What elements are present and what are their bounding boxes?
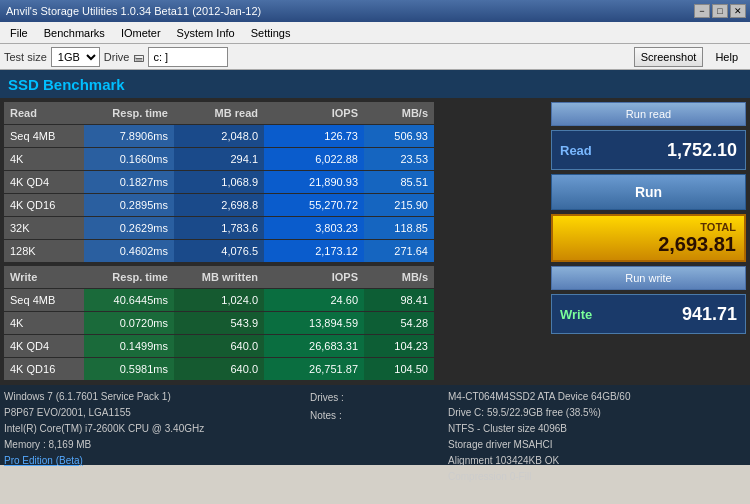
read-4k-iops: 6,022.88	[264, 148, 364, 170]
read-128k-resp: 0.4602ms	[84, 240, 174, 262]
write-score-box: Write 941.71	[551, 294, 746, 334]
col-mb-written: MB written	[174, 266, 264, 288]
read-seq4mb-mbs: 506.93	[364, 125, 434, 147]
read-4kqd4-resp: 0.1827ms	[84, 171, 174, 193]
read-seq4mb-iops: 126.73	[264, 125, 364, 147]
menu-system-info[interactable]: System Info	[169, 22, 243, 43]
read-4k-resp: 0.1660ms	[84, 148, 174, 170]
read-4kqd16-mbs: 215.90	[364, 194, 434, 216]
write-4k-iops: 13,894.59	[264, 312, 364, 334]
menu-file[interactable]: File	[2, 22, 36, 43]
read-32k-iops: 3,803.23	[264, 217, 364, 239]
menu-bar: File Benchmarks IOmeter System Info Sett…	[0, 22, 750, 44]
read-4kqd16-iops: 55,270.72	[264, 194, 364, 216]
write-4k-label: 4K	[4, 312, 84, 334]
write-row-1: 4K 0.0720ms 543.9 13,894.59 54.28	[4, 312, 547, 334]
right-panel: Run read Read 1,752.10 Run TOTAL 2,693.8…	[551, 102, 746, 381]
col-resp-time: Resp. time	[84, 102, 174, 124]
drive-line3: NTFS - Cluster size 4096B	[448, 421, 746, 437]
read-4k-mb: 294.1	[174, 148, 264, 170]
main-content: Read Resp. time MB read IOPS MB/s Seq 4M…	[0, 98, 750, 385]
write-4kqd4-mb: 640.0	[174, 335, 264, 357]
col-read: Read	[4, 102, 84, 124]
total-score-box: TOTAL 2,693.81	[551, 214, 746, 262]
close-button[interactable]: ✕	[730, 4, 746, 18]
write-row-0: Seq 4MB 40.6445ms 1,024.0 24.60 98.41	[4, 289, 547, 311]
drive-line6: Compression 0-Fill	[448, 469, 746, 485]
read-row-4: 32K 0.2629ms 1,783.6 3,803.23 118.85	[4, 217, 547, 239]
screenshot-button[interactable]: Screenshot	[634, 47, 704, 67]
run-write-button[interactable]: Run write	[551, 266, 746, 290]
read-4k-label: 4K	[4, 148, 84, 170]
write-4kqd4-label: 4K QD4	[4, 335, 84, 357]
drive-selector[interactable]: c: ]	[148, 47, 228, 67]
col-mbs-write: MB/s	[364, 266, 434, 288]
window-controls: − □ ✕	[694, 4, 746, 18]
col-mb-read: MB read	[174, 102, 264, 124]
benchmark-table: Read Resp. time MB read IOPS MB/s Seq 4M…	[4, 102, 547, 381]
bottom-bar: Windows 7 (6.1.7601 Service Pack 1) P8P6…	[0, 385, 750, 465]
run-button[interactable]: Run	[551, 174, 746, 210]
pro-edition-link[interactable]: Pro Edition (Beta)	[4, 455, 83, 466]
read-128k-iops: 2,173.12	[264, 240, 364, 262]
read-4k-mbs: 23.53	[364, 148, 434, 170]
read-4kqd4-mb: 1,068.9	[174, 171, 264, 193]
read-32k-mb: 1,783.6	[174, 217, 264, 239]
read-header-row: Read Resp. time MB read IOPS MB/s	[4, 102, 547, 124]
read-score-box: Read 1,752.10	[551, 130, 746, 170]
read-row-1: 4K 0.1660ms 294.1 6,022.88 23.53	[4, 148, 547, 170]
menu-settings[interactable]: Settings	[243, 22, 299, 43]
read-row-3: 4K QD16 0.2895ms 2,698.8 55,270.72 215.9…	[4, 194, 547, 216]
write-seq4mb-label: Seq 4MB	[4, 289, 84, 311]
read-seq4mb-resp: 7.8906ms	[84, 125, 174, 147]
write-row-2: 4K QD4 0.1499ms 640.0 26,683.31 104.23	[4, 335, 547, 357]
read-row-5: 128K 0.4602ms 4,076.5 2,173.12 271.64	[4, 240, 547, 262]
write-seq4mb-mb: 1,024.0	[174, 289, 264, 311]
write-row-3: 4K QD16 0.5981ms 640.0 26,751.87 104.50	[4, 358, 547, 380]
read-score-label: Read	[560, 143, 592, 158]
app-title: SSD Benchmark	[8, 76, 125, 93]
write-seq4mb-resp: 40.6445ms	[84, 289, 174, 311]
test-size-select[interactable]: 1GB	[51, 47, 100, 67]
menu-iometer[interactable]: IOmeter	[113, 22, 169, 43]
drive-line2: Drive C: 59.5/22.9GB free (38.5%)	[448, 405, 746, 421]
read-score-value: 1,752.10	[667, 140, 737, 161]
read-128k-label: 128K	[4, 240, 84, 262]
minimize-button[interactable]: −	[694, 4, 710, 18]
write-4k-resp: 0.0720ms	[84, 312, 174, 334]
read-4kqd4-iops: 21,890.93	[264, 171, 364, 193]
title-bar: Anvil's Storage Utilities 1.0.34 Beta11 …	[0, 0, 750, 22]
run-read-button[interactable]: Run read	[551, 102, 746, 126]
sys-line4: Memory : 8,169 MB	[4, 437, 302, 453]
read-128k-mb: 4,076.5	[174, 240, 264, 262]
system-info: Windows 7 (6.1.7601 Service Pack 1) P8P6…	[4, 389, 302, 461]
read-seq4mb-mb: 2,048.0	[174, 125, 264, 147]
read-4kqd4-mbs: 85.51	[364, 171, 434, 193]
maximize-button[interactable]: □	[712, 4, 728, 18]
menu-help[interactable]: Help	[707, 44, 746, 69]
menu-benchmarks[interactable]: Benchmarks	[36, 22, 113, 43]
col-mbs-read: MB/s	[364, 102, 434, 124]
read-row-2: 4K QD4 0.1827ms 1,068.9 21,890.93 85.51	[4, 171, 547, 193]
read-32k-label: 32K	[4, 217, 84, 239]
notes-label: Notes :	[310, 407, 440, 425]
write-score-value: 941.71	[682, 304, 737, 325]
read-4kqd4-label: 4K QD4	[4, 171, 84, 193]
sys-line2: P8P67 EVO/2001, LGA1155	[4, 405, 302, 421]
col-iops-write: IOPS	[264, 266, 364, 288]
read-row-0: Seq 4MB 7.8906ms 2,048.0 126.73 506.93	[4, 125, 547, 147]
write-4kqd4-iops: 26,683.31	[264, 335, 364, 357]
write-4kqd16-resp: 0.5981ms	[84, 358, 174, 380]
write-score-label: Write	[560, 307, 592, 322]
read-4kqd16-resp: 0.2895ms	[84, 194, 174, 216]
read-32k-mbs: 118.85	[364, 217, 434, 239]
window-title: Anvil's Storage Utilities 1.0.34 Beta11 …	[4, 5, 261, 17]
write-4kqd16-label: 4K QD16	[4, 358, 84, 380]
write-header-row: Write Resp. time MB written IOPS MB/s	[4, 266, 547, 288]
read-seq4mb-label: Seq 4MB	[4, 125, 84, 147]
drive-info: M4-CT064M4SSD2 ATA Device 64GB/60 Drive …	[448, 389, 746, 461]
toolbar: Test size 1GB Drive 🖴 c: ] Screenshot He…	[0, 44, 750, 70]
app-title-bar: SSD Benchmark	[0, 70, 750, 98]
read-128k-mbs: 271.64	[364, 240, 434, 262]
write-4kqd4-mbs: 104.23	[364, 335, 434, 357]
